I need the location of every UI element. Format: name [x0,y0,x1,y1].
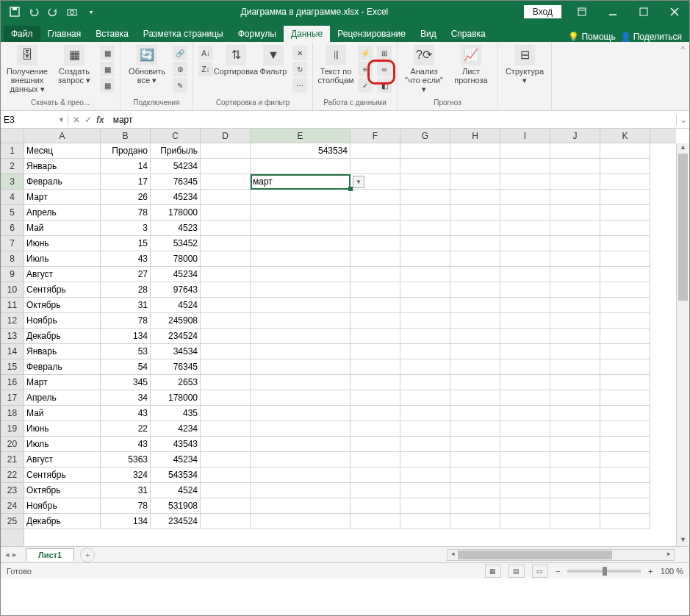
cell[interactable] [450,390,500,406]
cell[interactable]: Сентябрь [24,468,101,483]
cell[interactable] [351,514,400,529]
cell[interactable] [550,483,600,498]
cell[interactable] [500,282,550,298]
cell[interactable] [351,205,400,221]
redo-icon[interactable] [45,4,61,20]
row-header-5[interactable]: 5 [1,205,24,221]
row-header-11[interactable]: 11 [1,298,24,313]
data-validation-button[interactable]: ✓ [358,78,373,93]
cell[interactable]: 134 [101,514,151,529]
cell[interactable] [351,421,400,437]
column-header-G[interactable]: G [400,129,450,143]
row-header-21[interactable]: 21 [1,452,24,468]
forecast-sheet-button[interactable]: 📈Лист прогноза [449,45,493,85]
cell[interactable] [251,375,351,390]
cell[interactable]: 78 [101,498,151,514]
get-external-data-button[interactable]: 🗄Получение внешних данных ▾ [5,45,49,93]
hscroll-thumb[interactable] [458,551,612,559]
column-header-D[interactable]: D [201,129,251,143]
zoom-level[interactable]: 100 % [661,567,683,576]
cell[interactable] [351,282,400,298]
whatif-button[interactable]: ?⟳Анализ "что если" ▾ [402,45,446,93]
cell[interactable] [450,313,500,329]
cell[interactable] [450,375,500,390]
cell[interactable]: Май [24,406,101,421]
minimize-button[interactable] [598,1,628,23]
cell[interactable] [400,174,450,190]
cell[interactable]: 17 [101,174,151,190]
cell[interactable] [600,174,650,190]
cell[interactable] [600,267,650,282]
connections-button[interactable]: 🔗 [173,46,187,60]
cell[interactable]: 76345 [151,359,201,375]
flash-fill-button[interactable]: ⚡ [358,46,373,60]
cell[interactable] [500,251,550,267]
cell[interactable] [400,190,450,205]
cell[interactable]: Ноябрь [24,498,101,514]
cell[interactable]: 34 [101,390,151,406]
cell[interactable] [450,329,500,344]
cell[interactable] [450,483,500,498]
tell-me-button[interactable]: 💡Помощь [568,32,615,42]
cell[interactable]: 78000 [151,251,201,267]
row-header-2[interactable]: 2 [1,159,24,174]
cell[interactable] [550,437,600,452]
cell[interactable] [550,159,600,174]
cell[interactable] [600,143,650,159]
cell[interactable] [550,452,600,468]
advanced-button[interactable]: ⋯ [292,78,307,93]
cell[interactable] [550,298,600,313]
sort-button[interactable]: ⇅Сортировка [217,45,255,76]
scroll-left-icon[interactable]: ◂ [448,550,458,557]
cell[interactable] [550,329,600,344]
cell[interactable] [550,282,600,298]
row-header-9[interactable]: 9 [1,267,24,282]
edit-links-button[interactable]: ✎ [173,78,187,93]
from-table-button[interactable]: ▦ [100,62,115,76]
cell[interactable] [400,236,450,251]
tab-рецензирование[interactable]: Рецензирование [330,26,413,42]
cell[interactable] [500,329,550,344]
cell[interactable]: Январь [24,344,101,359]
cell[interactable]: 34534 [151,344,201,359]
sheet-tab-active[interactable]: Лист1 [26,548,74,561]
cell[interactable] [201,375,251,390]
tab-вставка[interactable]: Вставка [88,26,136,42]
cell[interactable] [400,221,450,236]
cell[interactable] [500,390,550,406]
manage-model-button[interactable]: ◧ [377,78,392,93]
cell[interactable] [600,251,650,267]
vertical-scrollbar[interactable]: ▲ ▼ [676,143,689,546]
zoom-slider[interactable] [567,570,641,573]
cell[interactable] [251,344,351,359]
cell[interactable] [550,421,600,437]
close-button[interactable] [660,1,689,23]
cell[interactable] [600,344,650,359]
cell[interactable]: Апрель [24,390,101,406]
cell[interactable]: 22 [101,421,151,437]
cell[interactable] [251,421,351,437]
cell[interactable]: 27 [101,267,151,282]
cell[interactable]: Март [24,375,101,390]
cell[interactable] [500,174,550,190]
cell[interactable] [600,221,650,236]
cell[interactable] [600,190,650,205]
cell[interactable]: 54 [101,359,151,375]
cell[interactable] [251,498,351,514]
cell[interactable] [450,190,500,205]
cell[interactable]: 28 [101,282,151,298]
row-header-14[interactable]: 14 [1,344,24,359]
tab-формулы[interactable]: Формулы [231,26,284,42]
cell[interactable] [400,344,450,359]
row-header-3[interactable]: 3 [1,174,24,190]
cell[interactable]: 5363 [101,452,151,468]
cell[interactable]: 2653 [151,375,201,390]
ribbon-options-icon[interactable] [567,1,597,23]
reapply-button[interactable]: ↻ [292,62,307,76]
cell[interactable] [600,514,650,529]
cell[interactable] [251,514,351,529]
cell[interactable] [201,221,251,236]
cell[interactable] [351,437,400,452]
cell[interactable]: Прибыль [151,143,201,159]
cell[interactable]: 43 [101,437,151,452]
